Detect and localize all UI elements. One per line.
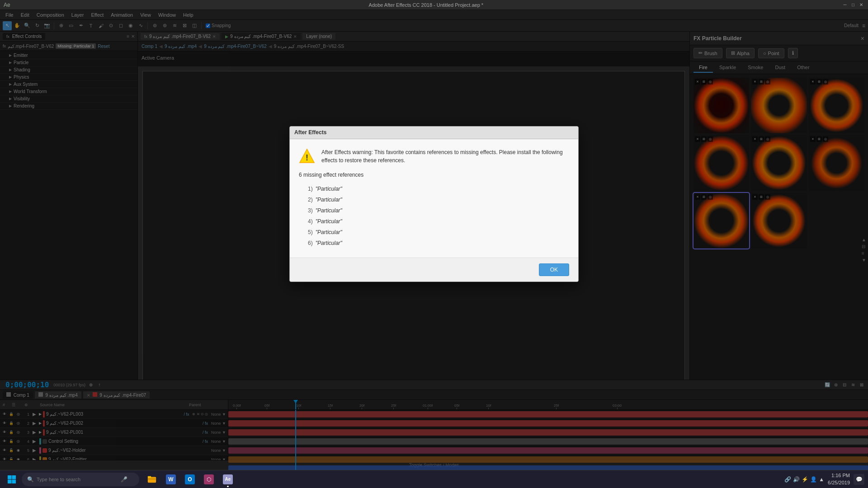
dialog-effect-1: 1) "Particular" (308, 183, 569, 194)
system-clock[interactable]: 1:16 PM 6/25/2019 (828, 472, 850, 486)
mic-icon[interactable]: 🎤 (121, 476, 127, 483)
dialog-overlay[interactable]: After Effects ! After Effects warning: T… (0, 10, 868, 470)
taskbar-search[interactable]: 🔍 🎤 (22, 473, 139, 486)
dialog-missing-count: 6 missing effect references (299, 172, 569, 178)
outlook-icon: O (185, 474, 195, 484)
dialog-effect-2: 2) "Particular" (308, 194, 569, 205)
flux-icon: ⬡ (204, 474, 214, 484)
people-icon[interactable]: 👤 (810, 476, 817, 483)
windows-logo-icon (7, 475, 16, 484)
file-explorer-icon (147, 474, 157, 484)
close-button[interactable]: ✕ (858, 2, 864, 8)
svg-rect-7 (148, 476, 151, 478)
app-title: Adobe After Effects CC 2018 - Untitled P… (10, 2, 842, 8)
svg-rect-3 (12, 475, 16, 479)
network-icon[interactable]: 🔗 (784, 476, 791, 483)
dialog-footer: OK (290, 258, 578, 282)
dialog-ok-button[interactable]: OK (539, 263, 569, 276)
dialog-effect-list: 1) "Particular" 2) "Particular" 3) "Part… (308, 183, 569, 249)
after-effects-icon: Ae (223, 474, 233, 484)
dialog-effect-5: 5) "Particular" (308, 227, 569, 238)
svg-rect-2 (8, 475, 12, 479)
dialog-effect-6: 6) "Particular" (308, 238, 569, 249)
svg-rect-5 (12, 479, 16, 483)
notification-icon: 💬 (856, 476, 863, 483)
search-input[interactable] (37, 477, 118, 482)
notification-button[interactable]: 💬 (854, 474, 864, 485)
system-tray-icons: 🔗 🔊 ⚡ 👤 ▲ (784, 476, 824, 483)
window-controls: ─ □ ✕ (842, 2, 864, 8)
clock-date: 6/25/2019 (828, 479, 850, 486)
taskbar-app-icons: W O ⬡ Ae (143, 471, 237, 488)
dialog-effect-3: 3) "Particular" (308, 205, 569, 216)
svg-rect-6 (148, 477, 156, 483)
svg-text:!: ! (306, 153, 308, 162)
ae-dialog: After Effects ! After Effects warning: T… (289, 126, 579, 282)
taskbar-right: 🔗 🔊 ⚡ 👤 ▲ 1:16 PM 6/25/2019 💬 (784, 472, 864, 486)
battery-icon[interactable]: ⚡ (802, 476, 808, 483)
warning-icon: ! (299, 148, 315, 164)
search-icon: 🔍 (27, 476, 34, 483)
warning-triangle-svg: ! (299, 148, 315, 164)
start-button[interactable] (4, 471, 20, 488)
dialog-title-bar: After Effects (290, 127, 578, 139)
taskbar-word[interactable]: W (162, 471, 180, 488)
dialog-warning-row: ! After Effects warning: This favorite c… (299, 148, 569, 164)
taskbar-flux[interactable]: ⬡ (200, 471, 218, 488)
taskbar-file-explorer[interactable] (143, 471, 161, 488)
volume-icon[interactable]: 🔊 (793, 476, 800, 483)
dialog-effect-4: 4) "Particular" (308, 216, 569, 227)
app-icon: Ae (4, 2, 10, 8)
clock-time: 1:16 PM (828, 472, 850, 479)
svg-rect-4 (8, 479, 12, 483)
word-icon: W (166, 474, 176, 484)
taskbar-after-effects[interactable]: Ae (219, 471, 237, 488)
restore-button[interactable]: □ (850, 2, 856, 8)
dialog-title: After Effects (294, 129, 326, 136)
minimize-button[interactable]: ─ (842, 2, 848, 8)
up-arrow-icon[interactable]: ▲ (819, 476, 824, 483)
dialog-message: After Effects warning: This favorite con… (321, 148, 569, 164)
title-bar: Ae Adobe After Effects CC 2018 - Untitle… (0, 0, 868, 10)
taskbar-outlook[interactable]: O (181, 471, 199, 488)
dialog-body: ! After Effects warning: This favorite c… (290, 139, 578, 258)
taskbar: 🔍 🎤 W O ⬡ Ae 🔗 🔊 ⚡ 👤 ▲ (0, 470, 868, 488)
